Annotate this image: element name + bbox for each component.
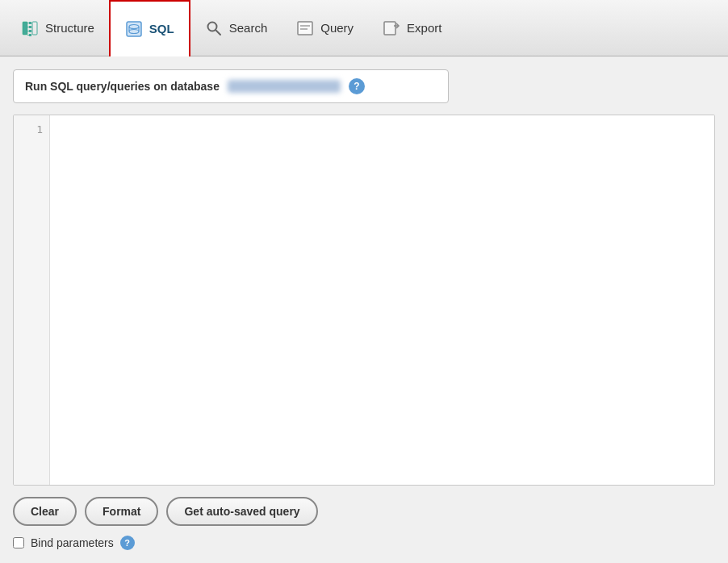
search-icon bbox=[205, 19, 223, 37]
svg-rect-4 bbox=[29, 34, 31, 36]
bind-parameters-row: Bind parameters ? bbox=[13, 536, 715, 550]
tab-query-label: Query bbox=[320, 21, 354, 35]
auto-save-button[interactable]: Get auto-saved query bbox=[166, 497, 317, 526]
svg-rect-9 bbox=[32, 22, 37, 35]
tab-sql-label: SQL bbox=[149, 22, 174, 35]
export-icon bbox=[383, 19, 400, 37]
svg-rect-20 bbox=[384, 22, 395, 35]
svg-rect-3 bbox=[29, 30, 31, 32]
line-number-1: 1 bbox=[20, 123, 43, 136]
svg-rect-1 bbox=[29, 22, 31, 24]
svg-rect-17 bbox=[298, 22, 312, 35]
svg-line-16 bbox=[215, 30, 220, 35]
svg-rect-0 bbox=[23, 22, 27, 35]
tab-sql[interactable]: SQL bbox=[109, 0, 190, 56]
structure-icon bbox=[21, 19, 39, 37]
tab-export[interactable]: Export bbox=[368, 0, 456, 56]
query-icon bbox=[296, 19, 314, 37]
svg-rect-2 bbox=[29, 26, 31, 28]
clear-button[interactable]: Clear bbox=[13, 497, 77, 526]
tab-export-label: Export bbox=[407, 21, 441, 35]
button-row: Clear Format Get auto-saved query bbox=[13, 497, 715, 526]
bind-parameters-checkbox[interactable] bbox=[13, 537, 24, 548]
bind-parameters-label: Bind parameters bbox=[31, 536, 114, 549]
sql-icon bbox=[125, 20, 143, 38]
info-bar: Run SQL query/queries on database ? bbox=[13, 69, 449, 103]
line-numbers: 1 bbox=[14, 115, 50, 485]
info-help-icon[interactable]: ? bbox=[349, 78, 365, 94]
bind-parameters-help-icon[interactable]: ? bbox=[120, 536, 135, 550]
tab-search[interactable]: Search bbox=[190, 0, 282, 56]
tab-query[interactable]: Query bbox=[282, 0, 368, 56]
sql-editor-wrapper: 1 bbox=[13, 115, 715, 486]
sql-editor[interactable] bbox=[50, 115, 714, 485]
info-bar-text: Run SQL query/queries on database bbox=[25, 80, 220, 93]
tab-structure[interactable]: Structure bbox=[6, 0, 109, 56]
tab-search-label: Search bbox=[229, 21, 268, 35]
db-name bbox=[228, 80, 341, 93]
top-nav: Structure SQL Search bbox=[0, 0, 728, 56]
format-button[interactable]: Format bbox=[85, 497, 158, 526]
tab-structure-label: Structure bbox=[45, 21, 94, 35]
main-content: Run SQL query/queries on database ? 1 Cl… bbox=[0, 56, 728, 563]
